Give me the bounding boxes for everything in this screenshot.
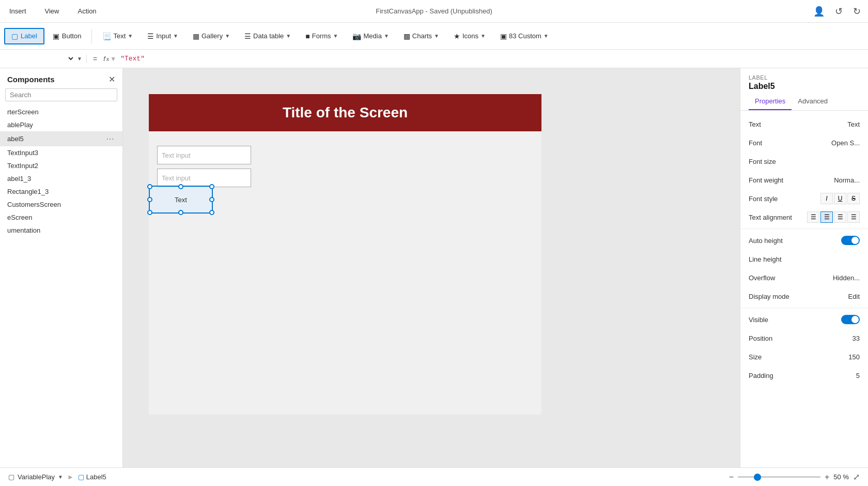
- gallery-button[interactable]: ▦ Gallery ▼: [187, 29, 236, 43]
- label-breadcrumb[interactable]: ▢ Label5: [78, 473, 106, 481]
- prop-textalign-label: Text alignment: [749, 214, 807, 221]
- prop-padding-value[interactable]: 5: [856, 372, 860, 379]
- sidebar-item-customersscreen[interactable]: CustomersScreen: [0, 198, 122, 211]
- prop-lineheight-label: Line height: [749, 255, 860, 263]
- button-icon: ▣: [53, 32, 59, 40]
- sidebar-item-label5[interactable]: abel5 ⋯: [0, 131, 122, 146]
- formula-selector[interactable]: ▼: [4, 54, 87, 63]
- sidebar-item-umentation[interactable]: umentation: [0, 224, 122, 237]
- expand-button[interactable]: ⤢: [853, 472, 860, 482]
- prop-displaymode-row: Display mode Edit: [740, 287, 868, 306]
- menu-action[interactable]: Action: [73, 5, 100, 17]
- align-left-button[interactable]: ☰: [807, 211, 819, 223]
- selected-label[interactable]: Text: [149, 186, 213, 214]
- redo-icon[interactable]: ↻: [851, 4, 863, 19]
- align-right-button[interactable]: ☰: [834, 211, 846, 223]
- align-center-button[interactable]: ☰: [820, 211, 833, 223]
- screen-selector[interactable]: ▢ VariablePlay ▼: [8, 473, 63, 481]
- media-button[interactable]: 📷 Media ▼: [346, 29, 395, 43]
- forms-button[interactable]: ■ Forms ▼: [299, 29, 344, 43]
- sidebar-item-textinput2[interactable]: TextInput2: [0, 159, 122, 172]
- menu-insert[interactable]: Insert: [5, 5, 30, 17]
- textalign-buttons: ☰ ☰ ☰ ☰: [807, 211, 860, 223]
- underline-button[interactable]: U: [834, 193, 846, 204]
- handle-bm[interactable]: [178, 210, 183, 215]
- custom-icon: ▣: [500, 32, 507, 40]
- zoom-plus[interactable]: +: [825, 473, 829, 482]
- handle-tl[interactable]: [147, 184, 152, 189]
- media-chevron: ▼: [384, 33, 389, 39]
- close-sidebar-button[interactable]: ✕: [109, 74, 115, 84]
- align-justify-button[interactable]: ☰: [847, 211, 860, 223]
- sidebar-item-ableplay[interactable]: ablePlay: [0, 118, 122, 131]
- menu-view[interactable]: View: [41, 5, 64, 17]
- formula-bar: ▼ = fx ▼: [0, 50, 868, 68]
- datatable-icon: ☰: [244, 32, 251, 40]
- prop-position-value[interactable]: 33: [853, 335, 860, 342]
- custom-chevron: ▼: [544, 33, 549, 39]
- zoom-slider[interactable]: [738, 476, 820, 478]
- sidebar-title: Components: [7, 75, 55, 84]
- sidebar-item-escreen[interactable]: eScreen: [0, 211, 122, 224]
- handle-tr[interactable]: [209, 184, 214, 189]
- prop-fontweight-value[interactable]: Norma...: [834, 176, 860, 184]
- sidebar-item-textinput3[interactable]: TextInput3: [0, 146, 122, 159]
- props-header: LABEL Label5: [740, 68, 868, 93]
- prop-font-value[interactable]: Open S...: [831, 139, 860, 147]
- prop-displaymode-value[interactable]: Edit: [848, 293, 860, 300]
- input-button[interactable]: ☰ Input ▼: [141, 29, 184, 43]
- strikethrough-button[interactable]: S: [847, 193, 860, 204]
- fontstyle-buttons: I U S: [820, 193, 860, 204]
- formula-select[interactable]: [4, 54, 75, 63]
- autoheight-toggle[interactable]: [841, 236, 860, 245]
- handle-br[interactable]: [209, 210, 214, 215]
- prop-visible-row: Visible: [740, 310, 868, 329]
- main-layout: Components ✕ rterScreen ablePlay abel5 ⋯…: [0, 68, 868, 467]
- sidebar-item-rectangle1-3[interactable]: Rectangle1_3: [0, 185, 122, 198]
- sidebar-item-label1-3[interactable]: abel1_3: [0, 172, 122, 185]
- props-tabs: Properties Advanced: [740, 93, 868, 111]
- handle-mr[interactable]: [209, 197, 214, 202]
- prop-fontsize-label: Font size: [749, 158, 860, 165]
- custom-button[interactable]: ▣ 83 Custom ▼: [494, 29, 555, 43]
- handle-tm[interactable]: [178, 184, 183, 189]
- input-chevron: ▼: [173, 33, 178, 39]
- props-component-name: Label5: [749, 82, 860, 91]
- prop-overflow-value[interactable]: Hidden...: [833, 274, 860, 282]
- charts-button[interactable]: ▩ Charts ▼: [397, 29, 445, 43]
- handle-bl[interactable]: [147, 210, 152, 215]
- label-name: Label5: [86, 473, 106, 481]
- datatable-button[interactable]: ☰ Data table ▼: [238, 29, 297, 43]
- zoom-controls: − + 50 % ⤢: [729, 472, 860, 482]
- canvas-area[interactable]: Title of the Screen Text input Text inpu…: [123, 68, 740, 467]
- item-options-icon[interactable]: ⋯: [106, 134, 115, 144]
- tab-properties[interactable]: Properties: [749, 93, 792, 110]
- handle-ml[interactable]: [147, 197, 152, 202]
- text-input-2[interactable]: Text input: [157, 169, 251, 187]
- label-icon: ▢: [78, 473, 84, 481]
- prop-size-label: Size: [749, 353, 848, 361]
- sidebar-item-rterscreen[interactable]: rterScreen: [0, 105, 122, 118]
- zoom-percent: 50 %: [833, 473, 849, 481]
- icons-button[interactable]: ★ Icons ▼: [447, 29, 492, 43]
- visible-toggle[interactable]: [841, 315, 860, 324]
- text-button[interactable]: 📃 Text ▼: [96, 29, 139, 43]
- formula-equals: =: [91, 55, 99, 63]
- tab-advanced[interactable]: Advanced: [792, 93, 834, 110]
- text-input-1[interactable]: Text input: [157, 146, 251, 164]
- zoom-minus[interactable]: −: [729, 473, 734, 482]
- media-icon: 📷: [352, 32, 361, 40]
- button-button[interactable]: ▣ Button: [47, 29, 88, 43]
- input-icon: ☰: [147, 32, 154, 40]
- undo-icon[interactable]: ↺: [833, 4, 845, 19]
- prop-text-row: Text Text: [740, 115, 868, 133]
- prop-text-value[interactable]: Text: [847, 120, 860, 128]
- prop-size-value[interactable]: 150: [848, 353, 860, 361]
- icons-icon: ★: [454, 32, 460, 40]
- user-icon[interactable]: 👤: [811, 4, 827, 19]
- italic-button[interactable]: I: [820, 193, 833, 204]
- forms-icon: ■: [305, 32, 309, 40]
- search-input[interactable]: [5, 88, 117, 101]
- formula-input[interactable]: [120, 55, 864, 63]
- label-button[interactable]: ▢ Label: [4, 28, 44, 44]
